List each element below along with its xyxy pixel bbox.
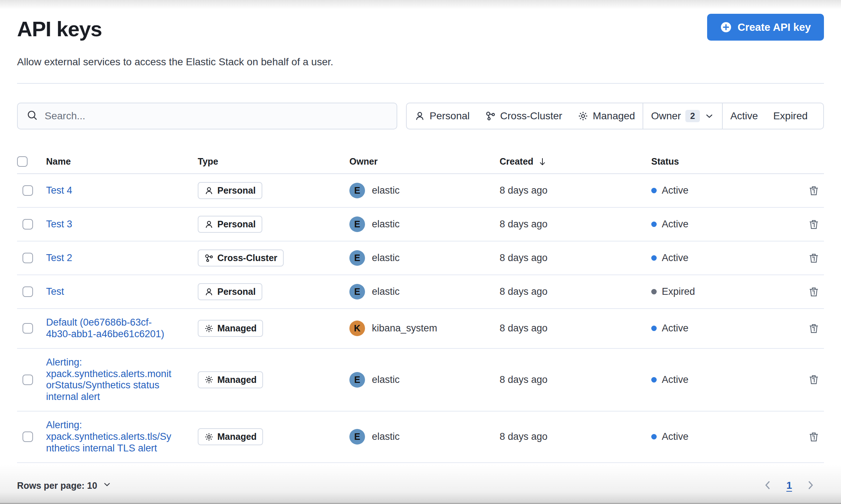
status-text: Active [662,185,689,196]
page-title: API keys [17,14,102,41]
status-text: Active [662,431,689,442]
table-row: Test Personal E elastic 8 days ago Expir… [17,275,824,309]
owner-avatar: E [349,372,365,388]
filter-group: Personal Cross-Cluster Managed Owner [406,103,824,129]
status-dot [651,377,657,383]
delete-api-key-button[interactable] [807,321,821,336]
chevron-down-icon [704,111,714,121]
status-dot [651,289,657,294]
table-row: Test 2 Cross-Cluster E elastic 8 days ag… [17,241,824,275]
filter-owner-label: Owner [651,110,681,122]
table-body: Test 4 Personal E elastic 8 days ago Act… [17,174,824,463]
delete-api-key-button[interactable] [807,251,821,265]
filter-owner[interactable]: Owner 2 [643,103,722,129]
type-badge: Personal [198,283,262,300]
delete-api-key-button[interactable] [807,285,821,299]
filter-active-label: Active [730,110,758,122]
column-header-type[interactable]: Type [198,150,349,173]
type-badge-label: Managed [217,375,257,385]
type-badge: Personal [198,182,262,199]
next-page-button[interactable] [804,479,817,492]
row-checkbox[interactable] [22,185,33,196]
status-text: Active [662,252,689,264]
cluster-icon [204,253,214,263]
owner-avatar: E [349,250,365,266]
row-checkbox[interactable] [22,431,33,442]
row-checkbox[interactable] [22,375,33,385]
status-text: Active [662,323,689,334]
toolbar: Personal Cross-Cluster Managed Owner [17,103,824,129]
type-badge-label: Cross-Cluster [217,253,277,263]
owner-avatar: E [349,284,365,299]
create-api-key-label: Create API key [738,21,811,33]
previous-page-button[interactable] [762,479,774,492]
select-all-checkbox[interactable] [17,156,28,167]
owner-name: elastic [372,286,400,297]
delete-api-key-button[interactable] [807,372,821,387]
create-api-key-button[interactable]: Create API key [707,14,824,41]
column-header-status[interactable]: Status [651,150,804,173]
delete-api-key-button[interactable] [807,430,821,444]
type-badge-label: Personal [217,185,256,196]
filter-active[interactable]: Active [723,103,766,129]
status-dot [651,188,657,193]
owner-name: elastic [372,374,400,385]
search-box[interactable] [17,103,397,129]
created-text: 8 days ago [500,286,547,297]
search-icon [26,110,38,123]
type-badge: Personal [198,216,262,233]
user-icon [414,111,425,121]
api-key-name-link[interactable]: Test 2 [46,252,72,264]
filter-managed[interactable]: Managed [570,103,643,129]
column-header-name[interactable]: Name [46,150,198,173]
gear-icon [204,432,214,442]
row-checkbox[interactable] [22,219,33,230]
row-checkbox[interactable] [22,323,33,334]
type-badge-label: Personal [217,286,256,297]
status-dot [651,222,657,227]
delete-api-key-button[interactable] [807,183,821,198]
column-header-owner[interactable]: Owner [349,150,500,173]
filter-expired-label: Expired [773,110,808,122]
search-input[interactable] [45,110,388,122]
filter-personal[interactable]: Personal [407,103,477,129]
page-subtitle: Allow external services to access the El… [17,56,824,68]
user-icon [204,186,214,195]
table-row: Default (0e67686b-63cf-4b30-abb1-a46be61… [17,309,824,349]
filter-managed-label: Managed [593,110,635,122]
filter-expired[interactable]: Expired [766,103,815,129]
column-header-created[interactable]: Created [500,150,651,173]
owner-avatar: E [349,216,365,232]
status-dot [651,255,657,261]
type-badge: Managed [198,428,263,445]
api-key-name-link[interactable]: Alerting: xpack.synthetics.alerts.tls/Sy… [46,420,177,454]
rows-per-page-label: Rows per page: 10 [17,480,97,491]
sort-descending-arrow-icon [538,157,547,166]
owner-name: elastic [372,431,400,442]
filter-cross-cluster[interactable]: Cross-Cluster [477,103,570,129]
table-footer: Rows per page: 10 1 [17,479,824,492]
created-text: 8 days ago [500,374,547,385]
user-icon [204,287,214,297]
api-keys-page: API keys Create API key Allow external s… [0,0,841,504]
rows-per-page-button[interactable]: Rows per page: 10 [17,480,112,491]
owner-name: elastic [372,252,400,264]
type-badge-label: Managed [217,431,257,442]
delete-api-key-button[interactable] [807,217,821,232]
api-key-name-link[interactable]: Test 3 [46,219,72,230]
row-checkbox[interactable] [22,286,33,297]
gear-icon [204,324,214,333]
api-key-name-link[interactable]: Test 4 [46,185,72,197]
api-key-name-link[interactable]: Test [46,286,64,298]
created-text: 8 days ago [500,323,547,334]
status-dot [651,434,657,439]
chevron-down-icon [102,480,112,491]
status-dot [651,326,657,331]
owner-avatar: E [349,429,365,445]
page-number-1[interactable]: 1 [786,480,792,491]
owner-name: elastic [372,219,400,230]
api-key-name-link[interactable]: Default (0e67686b-63cf-4b30-abb1-a46be61… [46,317,177,340]
api-key-name-link[interactable]: Alerting: xpack.synthetics.alerts.monito… [46,357,177,403]
created-text: 8 days ago [500,185,547,196]
row-checkbox[interactable] [22,253,33,263]
